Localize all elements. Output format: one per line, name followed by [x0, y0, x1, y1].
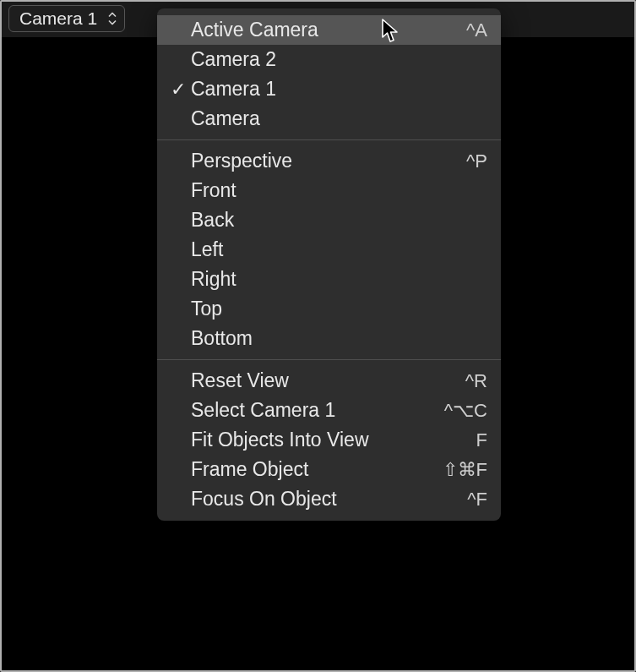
menu-item-camera[interactable]: Camera: [157, 104, 501, 134]
menu-item-front[interactable]: Front: [157, 176, 501, 205]
camera-dropdown-label: Camera 1: [19, 8, 97, 29]
menu-item-label: Left: [191, 238, 428, 261]
menu-item-camera-2[interactable]: Camera 2: [157, 45, 501, 74]
menu-item-label: Front: [191, 179, 428, 202]
menu-item-label: Camera: [191, 107, 428, 130]
menu-section: Active Camera^ ACamera 2✓Camera 1Camera: [157, 14, 501, 135]
menu-item-reset-view[interactable]: Reset View^ R: [157, 366, 501, 396]
menu-item-shortcut: ⇧⌘ F: [428, 459, 487, 481]
menu-item-label: Camera 2: [191, 48, 428, 71]
menu-item-shortcut: ^ A: [428, 19, 487, 41]
menu-item-shortcut: ^⌥ C: [428, 400, 487, 422]
menu-item-label: Right: [191, 268, 428, 291]
checkmark-icon: ✓: [166, 79, 191, 101]
menu-item-label: Focus On Object: [191, 488, 428, 511]
menu-item-right[interactable]: Right: [157, 265, 501, 294]
menu-item-back[interactable]: Back: [157, 205, 501, 235]
menu-item-active-camera[interactable]: Active Camera^ A: [157, 15, 501, 45]
menu-item-fit-objects-into-view[interactable]: Fit Objects Into View F: [157, 425, 501, 455]
menu-item-perspective[interactable]: Perspective^ P: [157, 146, 501, 176]
menu-item-frame-object[interactable]: Frame Object⇧⌘ F: [157, 455, 501, 484]
menu-item-label: Perspective: [191, 150, 428, 172]
menu-item-label: Camera 1: [191, 78, 428, 101]
menu-separator: [157, 359, 501, 360]
menu-item-camera-1[interactable]: ✓Camera 1: [157, 74, 501, 104]
menu-section: Perspective^ PFrontBackLeftRightTopBotto…: [157, 145, 501, 355]
menu-item-focus-on-object[interactable]: Focus On Object^ F: [157, 484, 501, 514]
updown-chevron-icon: [107, 13, 117, 25]
menu-item-shortcut: ^ F: [428, 489, 487, 511]
menu-item-label: Bottom: [191, 327, 428, 350]
menu-item-shortcut: ^ P: [428, 150, 487, 172]
menu-item-select-camera-1[interactable]: Select Camera 1^⌥ C: [157, 396, 501, 425]
menu-item-label: Fit Objects Into View: [191, 429, 428, 451]
camera-context-menu: Active Camera^ ACamera 2✓Camera 1CameraP…: [157, 8, 501, 521]
menu-item-shortcut: F: [428, 429, 487, 451]
menu-item-top[interactable]: Top: [157, 294, 501, 324]
camera-dropdown-button[interactable]: Camera 1: [8, 5, 125, 32]
menu-item-label: Select Camera 1: [191, 399, 428, 422]
menu-item-shortcut: ^ R: [428, 370, 487, 392]
menu-section: Reset View^ RSelect Camera 1^⌥ CFit Obje…: [157, 364, 501, 516]
menu-item-label: Active Camera: [191, 19, 428, 41]
menu-item-label: Frame Object: [191, 458, 428, 481]
menu-separator: [157, 139, 501, 140]
menu-item-bottom[interactable]: Bottom: [157, 324, 501, 353]
menu-item-label: Reset View: [191, 369, 428, 392]
menu-item-label: Back: [191, 209, 428, 232]
menu-item-left[interactable]: Left: [157, 235, 501, 265]
menu-item-label: Top: [191, 298, 428, 320]
